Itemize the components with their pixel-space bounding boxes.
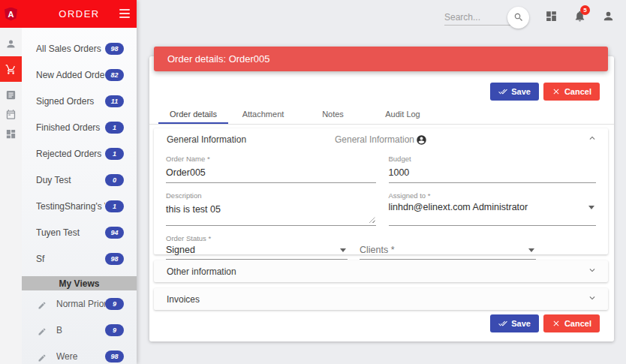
order-status-value: Signed xyxy=(166,245,195,255)
double-check-icon xyxy=(498,87,507,96)
cancel-button-label: Cancel xyxy=(564,319,591,328)
count-badge: 94 xyxy=(105,227,124,239)
app-window: A ORDER All Sales Orders 98 xyxy=(0,0,626,364)
count-badge: 9 xyxy=(105,298,124,310)
search-button[interactable] xyxy=(507,7,529,29)
search-icon xyxy=(513,12,524,23)
page-title: Order details: Order005 xyxy=(167,53,270,65)
clients-select[interactable]: Clients * xyxy=(360,234,536,260)
description-field[interactable]: Description this is test 05 xyxy=(166,191,376,226)
panel-title: General Information xyxy=(167,134,246,145)
invoices-header[interactable]: Invoices xyxy=(154,288,608,311)
sidebar-item-sf[interactable]: Sf 98 xyxy=(22,245,137,272)
calendar-icon[interactable] xyxy=(0,104,22,124)
description-label: Description xyxy=(166,191,376,200)
edit-icon xyxy=(38,352,47,361)
sidebar: ORDER All Sales Orders 98 New Added Orde… xyxy=(22,0,137,364)
chevron-up-icon[interactable] xyxy=(587,133,597,146)
cancel-button-label: Cancel xyxy=(564,87,591,96)
save-button[interactable]: Save xyxy=(490,83,539,101)
count-badge: 11 xyxy=(105,95,124,107)
cancel-button[interactable]: Cancel xyxy=(543,83,600,101)
sidebar-item-testingsharings-view[interactable]: TestingSharing's View 1 xyxy=(22,193,137,219)
resize-handle-icon[interactable] xyxy=(369,217,375,223)
tab-order-details[interactable]: Order details xyxy=(158,105,228,124)
my-view-label: Were xyxy=(56,351,105,362)
sidebar-item-label: New Added Orders xyxy=(36,70,105,80)
dashboard-icon[interactable] xyxy=(0,124,22,143)
general-information-fields: Order Name * Order005 Budget 1000 Descri… xyxy=(154,151,608,260)
angular-logo-icon: A xyxy=(5,8,17,21)
icon-rail: A xyxy=(0,0,22,364)
sidebar-item-tuyen-test[interactable]: Tuyen Test 94 xyxy=(22,219,137,245)
chevron-down-icon[interactable] xyxy=(587,265,597,278)
clients-placeholder: Clients * xyxy=(360,245,395,255)
sidebar-item-new-added-orders[interactable]: New Added Orders 82 xyxy=(22,62,137,88)
tab-audit-log[interactable]: Audit Log xyxy=(368,105,438,124)
count-badge: 82 xyxy=(105,69,124,81)
budget-value: 1000 xyxy=(389,167,410,178)
order-details-card: Save Cancel Order details Attachment Not… xyxy=(149,56,614,341)
panel-title: Invoices xyxy=(167,294,200,305)
count-badge: 0 xyxy=(105,174,124,186)
budget-label: Budget xyxy=(389,155,597,163)
sidebar-header: ORDER xyxy=(22,0,137,28)
panel-title: Other information xyxy=(167,266,236,277)
sidebar-item-label: Finished Orders xyxy=(36,122,105,133)
my-view-item-were[interactable]: Were 98 xyxy=(22,343,137,364)
profile-icon[interactable] xyxy=(0,34,22,53)
count-badge: 1 xyxy=(105,122,124,134)
count-badge: 1 xyxy=(105,200,124,212)
topbar: 5 xyxy=(137,0,626,32)
my-view-item-normal-priority[interactable]: Normal Priority 9 xyxy=(22,290,137,317)
save-button-label: Save xyxy=(511,319,531,328)
chevron-down-icon[interactable] xyxy=(587,293,597,306)
save-button-label: Save xyxy=(511,87,531,96)
notifications-bell-icon[interactable]: 5 xyxy=(568,5,591,27)
clients-label-spacer xyxy=(360,234,536,242)
order-name-value: Order005 xyxy=(166,167,206,178)
cancel-button-bottom[interactable]: Cancel xyxy=(543,314,600,332)
save-button-bottom[interactable]: Save xyxy=(490,314,539,332)
double-check-icon xyxy=(498,319,507,328)
app-logo[interactable]: A xyxy=(0,0,22,28)
assigned-to-select[interactable]: Assigned to * linhdn@elinext.com Adminis… xyxy=(389,191,597,226)
menu-icon[interactable] xyxy=(119,9,130,18)
sidebar-item-signed-orders[interactable]: Signed Orders 11 xyxy=(22,88,137,114)
general-information-panel: General Information General Information … xyxy=(154,128,608,254)
assigned-to-label: Assigned to * xyxy=(389,191,597,200)
sidebar-item-label: Tuyen Test xyxy=(36,227,105,238)
other-information-header[interactable]: Other information xyxy=(154,260,608,283)
panel-subtitle-text: General Information xyxy=(335,134,414,145)
my-views-header: My Views xyxy=(22,276,137,290)
edit-icon xyxy=(38,299,47,308)
sidebar-item-label: Sf xyxy=(36,254,105,264)
orders-cart-icon[interactable] xyxy=(0,56,22,82)
count-badge: 98 xyxy=(105,253,124,265)
bottom-action-row: Save Cancel xyxy=(149,314,614,332)
sidebar-item-label: All Sales Orders xyxy=(36,44,105,54)
top-action-row: Save Cancel xyxy=(149,83,614,101)
other-information-panel: Other information xyxy=(154,260,608,282)
sidebar-item-all-sales-orders[interactable]: All Sales Orders 98 xyxy=(22,35,137,62)
dropdown-arrow-icon xyxy=(340,248,346,252)
budget-field[interactable]: Budget 1000 xyxy=(389,155,597,183)
count-badge: 98 xyxy=(105,43,124,55)
tab-attachment[interactable]: Attachment xyxy=(228,105,298,124)
sidebar-item-label: Rejected Orders xyxy=(36,149,105,159)
sidebar-title: ORDER xyxy=(59,8,99,20)
apps-grid-icon[interactable] xyxy=(540,5,562,27)
sidebar-item-label: TestingSharing's View xyxy=(36,201,105,212)
order-name-field[interactable]: Order Name * Order005 xyxy=(166,155,376,183)
order-status-select[interactable]: Order Status * Signed xyxy=(166,234,348,260)
sidebar-item-duy-test[interactable]: Duy Test 0 xyxy=(22,167,137,193)
tab-notes[interactable]: Notes xyxy=(298,105,368,124)
sidebar-item-rejected-orders[interactable]: Rejected Orders 1 xyxy=(22,140,137,167)
documents-icon[interactable] xyxy=(0,85,22,104)
sidebar-item-finished-orders[interactable]: Finished Orders 1 xyxy=(22,114,137,140)
account-icon[interactable] xyxy=(597,5,619,27)
sidebar-list: All Sales Orders 98 New Added Orders 82 … xyxy=(22,28,137,364)
count-badge: 1 xyxy=(105,148,124,160)
my-view-item-b[interactable]: B 9 xyxy=(22,317,137,343)
general-information-header[interactable]: General Information General Information xyxy=(154,128,608,151)
